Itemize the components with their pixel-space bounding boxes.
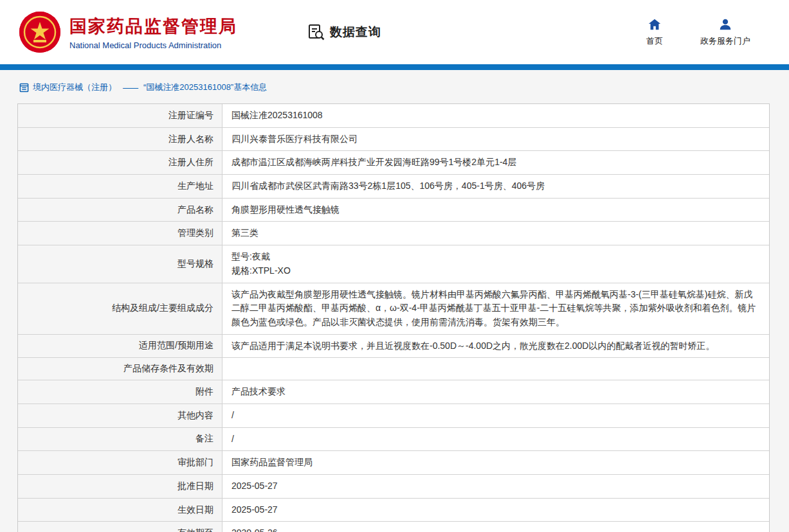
row-value: 该产品适用于满足本说明书要求，并且近视度数在-0.50D～-4.00D之内，散光… xyxy=(222,335,769,358)
nav-item-portal[interactable]: 政务服务门户 xyxy=(700,17,750,47)
breadcrumb-section-link[interactable]: 境内医疗器械（注册） xyxy=(33,82,116,93)
row-value: 2025-05-27 xyxy=(222,499,769,522)
table-row: 结构及组成/主要组成成分该产品为夜戴型角膜塑形用硬性透气接触镜。镜片材料由甲基丙… xyxy=(18,283,769,335)
nav-label-portal[interactable]: 政务服务门户 xyxy=(700,35,750,47)
row-label: 其他内容 xyxy=(18,404,222,427)
document-search-icon xyxy=(308,24,325,40)
table-row: 备注/ xyxy=(18,428,769,452)
row-label: 产品储存条件及有效期 xyxy=(18,358,222,380)
row-label: 型号规格 xyxy=(18,245,222,282)
row-label: 结构及组成/主要组成成分 xyxy=(18,283,222,334)
row-value: 国械注准20253161008 xyxy=(222,104,769,127)
org-name-cn: 国家药品监督管理局 xyxy=(69,15,237,38)
row-label: 审批部门 xyxy=(18,451,222,474)
org-titles: 国家药品监督管理局 National Medical Products Admi… xyxy=(69,15,237,50)
row-value: 第三类 xyxy=(222,222,769,245)
row-value: 2030-05-26 xyxy=(222,522,769,532)
table-row: 产品名称角膜塑形用硬性透气接触镜 xyxy=(18,199,769,222)
org-name-en: National Medical Products Administration xyxy=(69,40,237,50)
row-value: 型号:夜戴 规格:XTPL-XO xyxy=(222,245,769,282)
home-icon xyxy=(648,17,662,31)
data-query-label[interactable]: 数据查询 xyxy=(330,24,381,40)
row-value: 该产品为夜戴型角膜塑形用硬性透气接触镜。镜片材料由甲基丙烯酸六氟异丙酯、甲基丙烯… xyxy=(222,283,769,334)
table-row: 注册证编号国械注准20253161008 xyxy=(18,104,769,128)
table-row: 批准日期2025-05-27 xyxy=(18,475,769,499)
row-value: 角膜塑形用硬性透气接触镜 xyxy=(222,199,769,222)
table-row: 附件产品技术要求 xyxy=(18,380,769,404)
row-value: 四川省成都市武侯区武青南路33号2栋1层105、106号房，405-1号房、40… xyxy=(222,175,769,198)
header-nav: 首页 政务服务门户 xyxy=(646,17,770,47)
row-value xyxy=(222,358,769,380)
breadcrumb: 境内医疗器械（注册） —— “国械注准20253161008”基本信息 xyxy=(0,70,789,101)
row-label: 有效期至 xyxy=(18,522,222,532)
user-icon xyxy=(718,17,732,31)
row-value: 产品技术要求 xyxy=(222,380,769,403)
site-header: 国家药品监督管理局 National Medical Products Admi… xyxy=(0,0,789,64)
row-value: / xyxy=(222,428,769,451)
nmpa-emblem-logo xyxy=(19,12,60,53)
row-value: 2025-05-27 xyxy=(222,475,769,498)
table-row: 管理类别第三类 xyxy=(18,222,769,245)
table-row: 注册人住所成都市温江区成都海峡两岸科技产业开发园海旺路99号1号楼2单元1-4层 xyxy=(18,151,769,175)
nav-label-home[interactable]: 首页 xyxy=(646,35,663,47)
row-label: 备注 xyxy=(18,428,222,451)
data-query[interactable]: 数据查询 xyxy=(308,24,381,40)
table-row: 其他内容/ xyxy=(18,404,769,428)
table-row: 生产地址四川省成都市武侯区武青南路33号2栋1层105、106号房，405-1号… xyxy=(18,175,769,199)
row-value: 成都市温江区成都海峡两岸科技产业开发园海旺路99号1号楼2单元1-4层 xyxy=(222,151,769,174)
row-label: 管理类别 xyxy=(18,222,222,245)
row-value: 国家药品监督管理局 xyxy=(222,451,769,474)
row-label: 生产地址 xyxy=(18,175,222,198)
table-row: 注册人名称四川兴泰普乐医疗科技有限公司 xyxy=(18,128,769,152)
row-label: 注册证编号 xyxy=(18,104,222,127)
row-label: 适用范围/预期用途 xyxy=(18,335,222,358)
row-label: 注册人住所 xyxy=(18,151,222,174)
registry-document-icon xyxy=(19,83,29,93)
national-emblem-icon xyxy=(19,12,60,53)
row-value: / xyxy=(222,404,769,427)
table-row: 产品储存条件及有效期 xyxy=(18,358,769,380)
table-row: 生效日期2025-05-27 xyxy=(18,499,769,522)
row-label: 注册人名称 xyxy=(18,128,222,151)
table-row: 有效期至2030-05-26 xyxy=(18,522,769,532)
table-row: 审批部门国家药品监督管理局 xyxy=(18,451,769,475)
row-label: 批准日期 xyxy=(18,475,222,498)
table-row: 型号规格型号:夜戴 规格:XTPL-XO xyxy=(18,245,769,283)
row-label: 生效日期 xyxy=(18,499,222,522)
table-row: 适用范围/预期用途该产品适用于满足本说明书要求，并且近视度数在-0.50D～-4… xyxy=(18,335,769,359)
breadcrumb-current: “国械注准20253161008”基本信息 xyxy=(143,82,267,93)
row-value: 四川兴泰普乐医疗科技有限公司 xyxy=(222,128,769,151)
breadcrumb-separator: —— xyxy=(123,83,137,93)
page-body: 境内医疗器械（注册） —— “国械注准20253161008”基本信息 注册证编… xyxy=(0,70,789,532)
info-table: 注册证编号国械注准20253161008注册人名称四川兴泰普乐医疗科技有限公司注… xyxy=(17,103,770,532)
row-label: 附件 xyxy=(18,380,222,403)
row-label: 产品名称 xyxy=(18,199,222,222)
nav-item-home[interactable]: 首页 xyxy=(646,17,663,47)
header-divider-bar xyxy=(0,64,789,70)
